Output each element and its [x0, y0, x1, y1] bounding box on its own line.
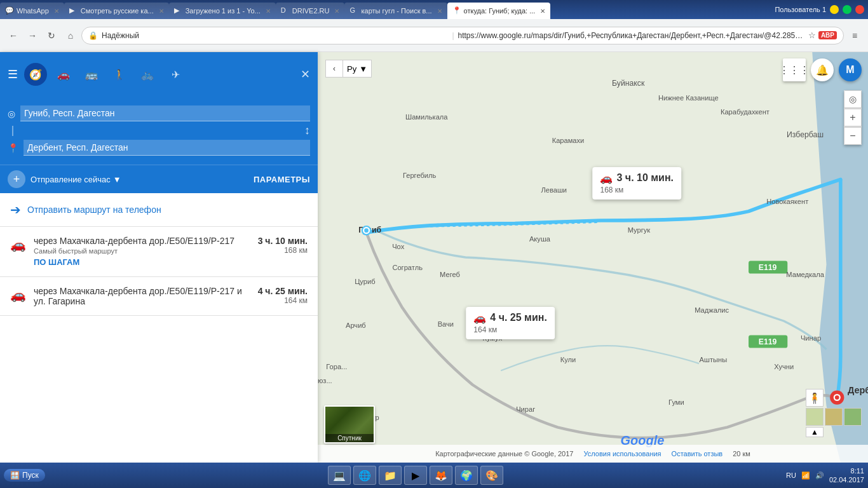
send-route-row[interactable]: ➔ Отправить маршрут на телефон [0, 193, 318, 227]
clock-display: 8:11 02.04.2017 [829, 466, 864, 485]
route-bubble-slow[interactable]: 🚗 4 ч. 25 мин. 164 км [466, 307, 555, 339]
hamburger-menu[interactable]: ☰ [8, 67, 18, 81]
route-inputs: ◎ ↕ 📍 [0, 97, 318, 165]
svg-text:Карамахи: Карамахи [552, 137, 585, 144]
taskbar-app-3[interactable]: ▶ [404, 466, 427, 485]
svg-text:E119: E119 [759, 337, 777, 346]
route-time: 4 ч. 25 мин. [258, 286, 308, 296]
tab-drive2[interactable]: D DRIVE2.RU ✕ [276, 3, 345, 19]
step-by-step-link[interactable]: ПО ШАГАМ [34, 257, 79, 267]
tab-maps-route[interactable]: 📍 откуда: Гуниб; куда: ... ✕ [447, 3, 551, 19]
date-text: 02.04.2017 [829, 475, 864, 484]
windows-logo: 🪟 [10, 471, 20, 480]
home-btn[interactable]: ⌂ [62, 27, 79, 44]
taskbar-app-4[interactable]: 🦊 [430, 466, 452, 485]
tab-list: 💬 WhatsApp ✕▶ Смотреть русские ка... ✕▶ … [0, 0, 550, 19]
tab-close-btn[interactable]: ✕ [437, 8, 442, 15]
svg-text:Мамедкала: Мамедкала [786, 271, 824, 278]
tab-close-btn[interactable]: ✕ [334, 8, 339, 15]
params-btn[interactable]: ПАРАМЕТРЫ [254, 175, 310, 184]
taskbar-app-2[interactable]: 📁 [379, 466, 402, 485]
map-area[interactable]: E119 E119 Буйнакск Нижнее Казанище Караб… [318, 52, 868, 463]
secure-icon: 🔒 [88, 31, 98, 40]
svg-text:E119: E119 [759, 263, 777, 272]
svg-text:Цуриб: Цуриб [355, 278, 375, 285]
departure-btn[interactable]: Отправление сейчас ▼ [31, 175, 248, 184]
address-text[interactable]: https://www.google.ru/maps/dir/Гуниб,+Ре… [458, 31, 804, 40]
forward-btn[interactable]: → [24, 27, 41, 44]
feedback-link[interactable]: Оставить отзыв [672, 450, 723, 458]
taskbar-app-6[interactable]: 🎨 [480, 466, 503, 485]
swap-routes-btn[interactable]: ↕ [304, 124, 310, 137]
transport-btn-car[interactable]: 🚗 [52, 63, 75, 86]
destination-dot-icon: 📍 [8, 143, 18, 153]
bookmark-icon[interactable]: ☆ [808, 30, 816, 40]
location-btn[interactable]: ◎ [844, 90, 862, 108]
start-label: Пуск [22, 471, 39, 480]
expand-btn[interactable]: ▲ [806, 427, 824, 437]
tab-favicon: ▶ [174, 6, 183, 15]
add-stop-btn[interactable]: + [8, 170, 25, 188]
transport-btn-bus[interactable]: 🚌 [80, 63, 103, 86]
svg-text:Леваши: Леваши [541, 186, 567, 194]
route-time-col: 3 ч. 10 мин. 168 км [258, 236, 308, 255]
satellite-thumbnail[interactable]: Спутник [324, 405, 375, 444]
terrain-btn[interactable] [825, 408, 843, 426]
svg-text:Буйнакск: Буйнакск [612, 79, 645, 88]
close-window-btn[interactable] [855, 5, 864, 14]
transport-btn-fly[interactable]: ✈ [164, 63, 187, 86]
bubble-slow-time: 4 ч. 25 мин. [490, 312, 547, 323]
start-button[interactable]: 🪟 Пуск [4, 469, 45, 482]
origin-input[interactable] [20, 105, 310, 121]
satellite-small-btn[interactable] [844, 408, 862, 426]
tab-maps-search[interactable]: G карты гугл - Поиск в... ✕ [344, 3, 447, 19]
tab-smotret[interactable]: ▶ Смотреть русские ка... ✕ [64, 3, 169, 19]
zoom-out-btn[interactable]: − [844, 127, 862, 145]
street-view-btn[interactable]: 🧍 [806, 389, 824, 407]
notification-btn[interactable]: 🔔 [811, 58, 834, 81]
back-btn[interactable]: ← [5, 27, 22, 44]
departure-label: Отправление сейчас [31, 175, 111, 184]
route-option-1[interactable]: 🚗 через Махачкала-дербента дор./E50/E119… [0, 277, 318, 316]
map-type-btn[interactable] [806, 408, 824, 426]
close-sidebar-btn[interactable]: ✕ [301, 67, 310, 81]
taskbar-app-1[interactable]: 🌐 [353, 466, 376, 485]
tab-whatsapp[interactable]: 💬 WhatsApp ✕ [0, 3, 64, 19]
options-bar: + Отправление сейчас ▼ ПАРАМЕТРЫ [0, 165, 318, 193]
extensions-btn[interactable]: ≡ [846, 27, 863, 44]
maximize-btn[interactable] [843, 5, 851, 14]
abp-badge[interactable]: ABP [818, 31, 837, 39]
address-bar[interactable]: 🔒 Надёжный | https://www.google.ru/maps/… [81, 27, 844, 44]
google-apps-btn[interactable]: ⋮⋮⋮ [783, 58, 806, 81]
route-option-0[interactable]: 🚗 через Махачкала-дербента дор./E50/E119… [0, 227, 318, 277]
map-language-select[interactable]: Ру ▼ [343, 60, 372, 78]
transport-btn-bike[interactable]: 🚲 [136, 63, 159, 86]
taskbar-app-5[interactable]: 🌍 [455, 466, 478, 485]
terms-link[interactable]: Условия использования [583, 450, 661, 458]
tab-close-btn[interactable]: ✕ [54, 8, 59, 15]
taskbar-apps: 💻🌐📁▶🦊🌍🎨 [328, 466, 503, 485]
user-avatar-btn[interactable]: M [839, 58, 862, 81]
map-arrow-left[interactable]: ‹ [325, 60, 343, 78]
svg-text:Дюз...: Дюз... [318, 377, 332, 384]
tab-close-btn[interactable]: ✕ [266, 8, 271, 15]
secure-label: Надёжный [102, 31, 448, 40]
map-language-switcher[interactable]: ‹ Ру ▼ [325, 60, 372, 78]
svg-text:Аштыны: Аштыны [700, 356, 728, 363]
reload-btn[interactable]: ↻ [43, 27, 60, 44]
svg-text:Избербаш: Избербаш [787, 130, 824, 139]
svg-text:Мургук: Мургук [628, 226, 651, 234]
tab-close-btn[interactable]: ✕ [159, 8, 164, 15]
taskbar-app-0[interactable]: 💻 [328, 466, 351, 485]
tab-close-btn[interactable]: ✕ [540, 8, 545, 15]
route-via: через Махачкала-дербента дор./E50/E119/Р… [34, 286, 250, 306]
tab-youtube[interactable]: ▶ Загружено 1 из 1 - Yo... ✕ [169, 3, 276, 19]
zoom-in-btn[interactable]: + [844, 109, 862, 126]
send-route-text[interactable]: Отправить маршрут на телефон [27, 205, 161, 215]
route-bubble-fast[interactable]: 🚗 3 ч. 10 мин. 168 км [592, 167, 681, 200]
transport-btn-walk[interactable]: 🚶 [108, 63, 131, 86]
route-dist: 164 км [284, 296, 308, 305]
transport-btn-navigate[interactable]: 🧭 [24, 63, 47, 86]
minimize-btn[interactable] [830, 5, 839, 14]
destination-input[interactable] [24, 140, 310, 156]
